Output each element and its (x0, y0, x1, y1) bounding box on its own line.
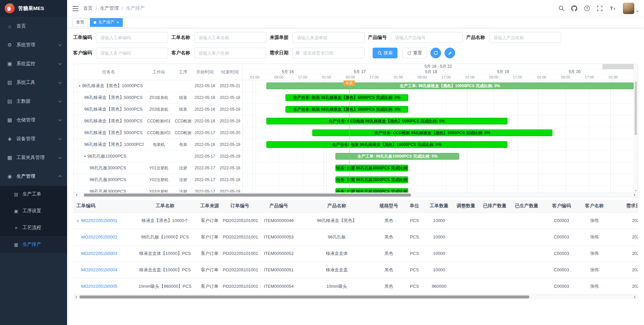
table-row[interactable]: ∨MO202205150005 10mm吸头【960000】PCS 客户订单 P… (73, 278, 638, 294)
source-doc-input[interactable] (292, 32, 365, 43)
gantt-bar[interactable]: 生产任务: CCD检测 96孔移液盒【黑色】5000PCS 完成比例: 0% (312, 129, 552, 136)
sidebar-item-home[interactable]: ⌂ 首页 (0, 17, 67, 36)
tab-home[interactable]: 首页 (72, 18, 88, 27)
gantt-vertical-scrollbar[interactable]: ▾ (634, 64, 638, 193)
breadcrumb-production[interactable]: 生产管理 (100, 5, 119, 11)
tab-scheduling[interactable]: 生产排产 × (90, 18, 123, 27)
sidebar-item-scheduling[interactable]: ▦ 生产排产 (0, 236, 67, 253)
breadcrumb-home[interactable]: 首页 (83, 5, 93, 11)
horizontal-scroll-thumb[interactable] (79, 295, 529, 299)
help-icon[interactable]: ? (584, 5, 590, 11)
sidebar-item-production[interactable]: ◉ 生产管理 (0, 167, 67, 186)
table-column-header[interactable]: 订单编号 (221, 200, 258, 212)
sidebar-item-warehouse[interactable]: ▦ 仓储管理 (0, 111, 67, 129)
expand-caret-icon[interactable]: ▾ (84, 155, 86, 158)
close-icon[interactable]: × (116, 20, 119, 24)
gantt-bar[interactable]: 生产任务: 组装 96孔移液盒【黑色】5000PCS 完成比例: 0% (285, 106, 408, 113)
gantt-task-row[interactable]: ▾ 96孔孔板10000PCS 2022-05-17 2022-05-19 (73, 151, 243, 162)
table-column-header[interactable]: 客户名称 (580, 200, 609, 212)
order-code-link[interactable]: MO202205150002 (81, 234, 117, 239)
gantt-bar[interactable]: 生产任务: CCD检测 96孔移液盒【黑色】5000PCS 完成比例: 0% (266, 118, 507, 124)
table-row[interactable]: ∨MO202205150003 移液盒盒体【10000】PCS 客户订单 PO2… (73, 245, 638, 262)
sidebar-item-fixture[interactable]: ▩ 工装夹具管理 (0, 148, 67, 167)
scroll-right-arrow-icon[interactable] (634, 194, 637, 196)
gantt-task-row[interactable]: ▾ 96孔孔板3000PCS Y03注塑机 注塑 2022-05-17 2022… (73, 186, 243, 193)
gantt-bar[interactable]: 生产工单: 96孔孔板10000PCS 完成比例: 0% (335, 153, 459, 160)
table-column-header[interactable]: 已排产数量 (479, 200, 510, 212)
product-name-input[interactable] (489, 32, 561, 43)
scroll-down-arrow-icon[interactable]: ▾ (634, 189, 638, 192)
gantt-bar[interactable]: 生产任务: 注塑 96孔孔板3000PCS 完成比例: 0% (335, 165, 408, 171)
sidebar-item-work-order[interactable]: ▤ 生产工单 (0, 186, 67, 203)
search-icon[interactable] (558, 5, 565, 11)
customer-name-input[interactable] (194, 48, 266, 58)
product-code-input[interactable] (391, 32, 463, 43)
table-column-header[interactable]: 产品编号 (258, 200, 299, 212)
gantt-task-row[interactable]: ▾ 96孔移液盒【黑色】5000PCS Z01组装机 组装 2022-05-16… (73, 92, 243, 104)
table-column-header[interactable]: 工单名称 (132, 200, 198, 212)
sidebar-item-master-data[interactable]: ▤ 主数据 (0, 92, 67, 111)
demand-date-input[interactable] (292, 48, 365, 58)
order-name-input[interactable] (194, 32, 266, 43)
gantt-task-row[interactable]: ▾ 96孔移液盒【黑色】5000PCS CCD检测#01 CCD检测 2022-… (73, 115, 243, 127)
table-column-header[interactable]: 工单编码 (73, 200, 132, 212)
scroll-left-arrow-icon[interactable] (74, 296, 77, 299)
table-column-header[interactable]: 工单来源 (198, 200, 221, 212)
sidebar-toggle-icon[interactable] (72, 6, 78, 11)
table-column-header[interactable]: 工单数量 (426, 200, 452, 212)
user-menu[interactable] (623, 3, 639, 14)
table-column-header[interactable]: 产品名称 (299, 200, 374, 212)
edit-button[interactable] (444, 48, 455, 58)
gantt-horizontal-scrollbar[interactable] (73, 193, 638, 197)
gantt-bar[interactable]: 生产任务: 注塑 96孔孔板3000PCS 完成比例: 0% (335, 176, 408, 183)
order-code-input[interactable] (96, 32, 168, 43)
gantt-task-row[interactable]: ▾ 96孔移液盒【黑色】10000PCS 包装机 包装 2022-05-16 2… (73, 139, 243, 151)
row-expand-caret-icon[interactable]: ∨ (76, 219, 79, 223)
sidebar-item-equipment[interactable]: ◈ 设备管理 (0, 129, 67, 148)
table-column-header[interactable]: 客户编码 (543, 200, 580, 212)
refresh-button[interactable] (430, 48, 441, 58)
table-row[interactable]: ∨MO202205150002 96孔孔板【10000】PCS 客户订单 PO2… (73, 229, 638, 245)
fullscreen-icon[interactable] (597, 5, 603, 11)
sidebar-item-system-tools[interactable]: ▥ 系统工具 (0, 73, 67, 92)
gantt-bar[interactable]: 生产工单: 96孔移液盒【黑色】10000PCS 完成比例: 0% (266, 83, 634, 89)
table-column-header[interactable]: 单位 (403, 200, 426, 212)
table-column-header[interactable]: 需求日期 (609, 200, 638, 212)
gantt-task-row[interactable]: ▾ 96孔孔板3000PCS Y02注塑机 注塑 2022-05-17 2022… (73, 174, 243, 186)
table-column-header[interactable]: 已生产数量 (510, 200, 543, 212)
table-row[interactable]: ∨MO202205150004 移液盒盒盖【10000】PCS 客户订单 PO2… (73, 262, 638, 278)
reset-button[interactable]: 重置 (402, 48, 427, 58)
vertical-scroll-thumb[interactable] (635, 82, 637, 135)
order-code-link[interactable]: MO202205150003 (81, 251, 117, 256)
table-column-header[interactable]: 规格型号 (374, 200, 403, 212)
sidebar-item-system-monitor[interactable]: ▣ 系统监控 (0, 54, 67, 73)
github-icon[interactable] (571, 5, 577, 11)
sidebar-item-process-settings[interactable]: ▣ 工序设置 (0, 203, 67, 219)
gantt-task-row[interactable]: ▾ 96孔移液盒【黑色】10000PCS 2022-05-16 2022-05-… (73, 80, 243, 92)
sidebar-item-process-flow[interactable]: ≡ 工艺流程 (0, 219, 67, 236)
scroll-right-arrow-icon[interactable] (634, 296, 637, 299)
scroll-track[interactable] (78, 295, 633, 299)
avatar[interactable] (623, 3, 634, 14)
table-row[interactable]: ∨MO202205150001 移液盒【黑色】10000个 客户订单 PO202… (73, 212, 638, 229)
gantt-bar[interactable]: 生产任务: 注塑 96孔孔板3000PCS 完成比例: 0% (335, 188, 408, 193)
gantt-task-row[interactable]: ▾ 96孔孔板3000PCS Y01注塑机 注塑 2022-05-17 2022… (73, 162, 243, 174)
gantt-task-row[interactable]: ▾ 96孔移液盒【黑色】5000PCS CCD检测#02 CCD检测 2022-… (73, 127, 243, 139)
gantt-task-row[interactable]: ▾ 96孔移液盒【黑色】5000PCS Z02组装机 组装 2022-05-16… (73, 104, 243, 115)
order-code-link[interactable]: MO202205150004 (81, 267, 117, 272)
expand-caret-icon[interactable]: ▾ (79, 84, 80, 88)
horizontal-scroll-thumb[interactable] (84, 194, 411, 197)
order-code-link[interactable]: MO202205150005 (81, 284, 117, 289)
table-column-header[interactable]: 调整数量 (452, 200, 479, 212)
scroll-left-arrow-icon[interactable] (74, 194, 77, 196)
gantt-bar[interactable]: 生产任务: 组装 96孔移液盒【黑色】5000PCS 完成比例: 0% (285, 94, 408, 101)
search-button[interactable]: 搜索 (373, 48, 397, 58)
table-horizontal-scrollbar[interactable] (73, 295, 638, 299)
scroll-track[interactable] (78, 194, 633, 197)
gantt-bar[interactable]: 生产任务: 包装 96孔移液盒【黑色】10000PCS 完成比例: 0% (266, 141, 507, 148)
sidebar-item-system-management[interactable]: ⚙ 系统管理 (0, 36, 67, 54)
customer-code-input[interactable] (96, 48, 168, 58)
order-code-link[interactable]: MO202205150001 (81, 218, 117, 223)
font-size-icon[interactable]: TT (609, 5, 616, 11)
app-logo[interactable]: 苦糖果MES (0, 0, 67, 17)
